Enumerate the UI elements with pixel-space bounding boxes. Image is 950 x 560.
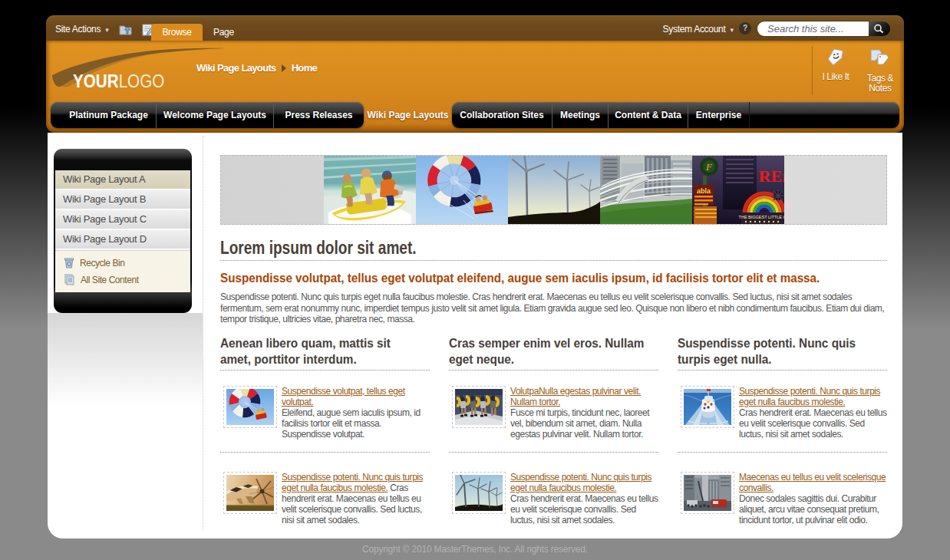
svg-text:abla: abla xyxy=(697,187,711,195)
svg-text:THE BIGGEST LITTLE CIT: THE BIGGEST LITTLE CIT xyxy=(739,215,784,219)
svg-text:F: F xyxy=(705,161,713,173)
svg-text:REn: REn xyxy=(759,166,784,186)
